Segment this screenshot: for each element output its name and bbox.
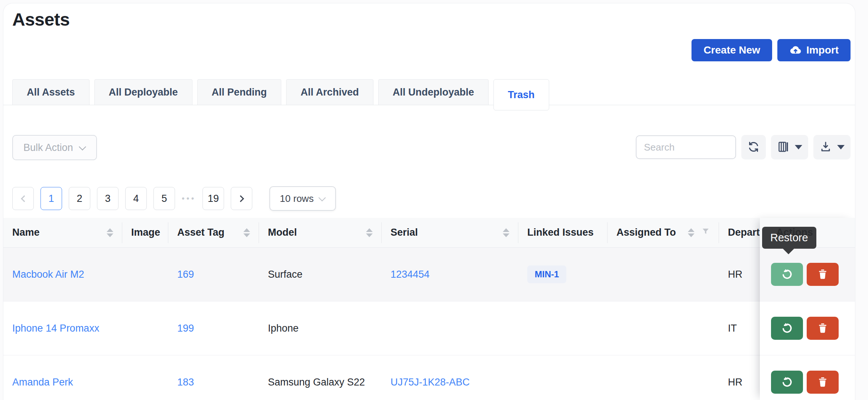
asset-name-link[interactable]: Amanda Perk (12, 377, 73, 388)
page-title: Assets (12, 9, 69, 30)
tabs-divider (3, 105, 855, 105)
tab-all-deployable[interactable]: All Deployable (94, 79, 192, 105)
columns-button[interactable] (771, 135, 808, 159)
page-button-19[interactable]: 19 (203, 187, 224, 210)
actions-row (760, 301, 855, 355)
restore-button[interactable] (771, 371, 803, 394)
actions-row (760, 248, 855, 301)
column-header-image: Image (122, 218, 168, 247)
table-row[interactable]: Macbook Air M2 169 Surface 1234454 MIN-1… (3, 248, 855, 301)
linked-issue-badge[interactable]: MIN-1 (527, 265, 566, 283)
download-icon (819, 141, 832, 154)
asset-tag-link[interactable]: 199 (177, 323, 194, 334)
create-new-button[interactable]: Create New (692, 39, 772, 61)
delete-button[interactable] (807, 371, 839, 394)
header-actions: Create New Import (692, 39, 851, 61)
pagination-ellipsis: ••• (182, 194, 196, 203)
model-cell: Surface (259, 269, 382, 280)
trash-icon (816, 268, 829, 281)
refresh-button[interactable] (741, 135, 766, 159)
filter-icon[interactable] (701, 227, 710, 238)
caret-down-icon (795, 145, 802, 149)
sort-icon (681, 228, 694, 237)
toolbar: Bulk Action (12, 135, 851, 160)
restore-button[interactable] (771, 263, 803, 286)
page-button-5[interactable]: 5 (153, 187, 175, 210)
column-header-asset-tag[interactable]: Asset Tag (168, 218, 259, 247)
serial-link[interactable]: UJ75J-1K28-ABC (391, 377, 470, 388)
chevron-left-icon (21, 195, 27, 202)
column-header-name[interactable]: Name (3, 218, 122, 247)
serial-link[interactable]: 1234454 (391, 269, 430, 280)
page-card: Assets Create New Import All Assets All … (3, 3, 855, 400)
column-header-assigned-to[interactable]: Assigned To (608, 218, 719, 247)
chevron-down-icon (318, 194, 326, 201)
sort-icon (359, 228, 373, 237)
page-button-4[interactable]: 4 (125, 187, 147, 210)
bulk-action-dropdown[interactable]: Bulk Action (12, 135, 97, 160)
pagination: 1 2 3 4 5 ••• 19 10 rows (12, 186, 336, 211)
import-label: Import (806, 44, 839, 56)
tab-all-assets[interactable]: All Assets (12, 79, 90, 105)
page-button-1[interactable]: 1 (41, 187, 62, 210)
refresh-icon (747, 141, 760, 154)
table-row[interactable]: Iphone 14 Promaxx 199 Iphone IT (3, 301, 855, 355)
column-header-linked-issues: Linked Issues (518, 218, 608, 247)
tab-all-pending[interactable]: All Pending (197, 79, 282, 105)
sort-icon (237, 228, 250, 237)
asset-name-link[interactable]: Iphone 14 Promaxx (12, 323, 99, 334)
restore-icon (780, 321, 794, 336)
table-header-row: Name Image Asset Tag Model Serial Linked… (3, 218, 855, 248)
chevron-down-icon (79, 143, 86, 151)
asset-name-link[interactable]: Macbook Air M2 (12, 269, 84, 280)
search-input[interactable] (636, 135, 736, 159)
page-button-3[interactable]: 3 (97, 187, 119, 210)
model-cell: Iphone (259, 323, 382, 334)
trash-icon (816, 322, 829, 335)
delete-button[interactable] (807, 317, 839, 340)
import-button[interactable]: Import (777, 39, 851, 61)
table-row[interactable]: Amanda Perk 183 Samsung Galaxy S22 UJ75J… (3, 355, 855, 400)
next-page-button[interactable] (231, 187, 252, 210)
restore-tooltip: Restore (762, 227, 816, 249)
restore-button[interactable] (771, 317, 803, 340)
model-cell: Samsung Galaxy S22 (259, 377, 382, 388)
columns-icon (777, 141, 790, 154)
tab-all-archived[interactable]: All Archived (286, 79, 373, 105)
page-button-2[interactable]: 2 (69, 187, 90, 210)
caret-down-icon (837, 145, 845, 149)
tab-all-undeployable[interactable]: All Undeployable (378, 79, 489, 105)
tab-trash[interactable]: Trash (493, 79, 549, 110)
trash-icon (816, 375, 829, 389)
chevron-right-icon (237, 195, 244, 202)
asset-tag-link[interactable]: 183 (177, 377, 194, 388)
column-header-model[interactable]: Model (259, 218, 382, 247)
assets-table: Name Image Asset Tag Model Serial Linked… (3, 218, 855, 400)
create-new-label: Create New (703, 44, 760, 56)
export-button[interactable] (813, 135, 851, 159)
cloud-upload-icon (789, 44, 802, 57)
actions-row (760, 355, 855, 400)
column-header-serial[interactable]: Serial (382, 218, 518, 247)
actions-panel: Actions Restore (760, 218, 855, 400)
restore-icon (780, 267, 794, 282)
tabs-bar: All Assets All Deployable All Pending Al… (12, 79, 855, 105)
delete-button[interactable] (807, 263, 839, 286)
asset-tag-link[interactable]: 169 (177, 269, 194, 280)
rows-per-page-selector[interactable]: 10 rows (269, 186, 336, 211)
restore-icon (780, 375, 794, 390)
prev-page-button[interactable] (12, 187, 34, 210)
sort-icon (496, 228, 509, 237)
sort-icon (100, 228, 113, 237)
